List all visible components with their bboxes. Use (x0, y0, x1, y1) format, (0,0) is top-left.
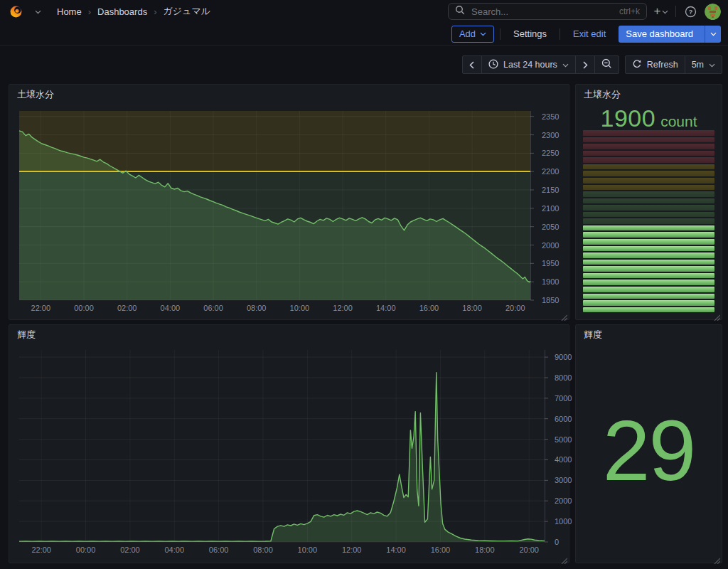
x-axis-tick-label: 00:00 (70, 546, 102, 554)
search-input[interactable] (470, 6, 614, 18)
gauge-cell-red-unlit (583, 151, 714, 156)
panel-resize-handle[interactable] (560, 554, 567, 561)
user-avatar[interactable] (705, 4, 721, 20)
settings-button[interactable]: Settings (506, 26, 554, 43)
gauge-cell-green-lit (583, 252, 714, 258)
plus-icon: + (654, 4, 661, 18)
x-axis-tick-label: 08:00 (241, 304, 272, 312)
x-axis-tick-label: 16:00 (424, 546, 456, 554)
save-dashboard-button[interactable]: Save dashboard (619, 26, 721, 43)
panel-title[interactable]: 土壌水分 (576, 85, 722, 105)
refresh-button[interactable]: Refresh (626, 56, 685, 73)
breadcrumb-separator: › (154, 6, 156, 17)
x-axis-tick-label: 06:00 (203, 546, 235, 554)
x-axis-tick-label: 22:00 (26, 546, 57, 554)
gauge-stat: 1900count (576, 105, 722, 132)
series-line (19, 373, 545, 541)
y-axis-tick-label: 2000 (555, 496, 572, 505)
panel-soil-moisture-timeseries: 土壌水分 18501900195020002050210021502200225… (9, 84, 569, 320)
x-axis-tick-label: 14:00 (370, 304, 402, 312)
time-shift-back-button[interactable] (463, 56, 481, 73)
search-icon (455, 5, 465, 18)
nav-right: ctrl+k + ? (448, 3, 721, 20)
breadcrumb: Home › Dashboards › ガジュマル (57, 5, 210, 18)
add-panel-button[interactable]: Add (451, 26, 494, 43)
add-new-button[interactable]: + (653, 3, 670, 20)
x-axis-tick-label: 12:00 (327, 304, 358, 312)
y-axis-tick-label: 2250 (542, 149, 559, 157)
x-axis-tick-label: 04:00 (154, 304, 186, 312)
org-switcher-chevron-icon[interactable] (29, 3, 46, 20)
search-shortcut: ctrl+k (619, 6, 640, 16)
breadcrumb-current-dashboard[interactable]: ガジュマル (163, 5, 210, 18)
y-axis-tick-label: 0 (555, 538, 559, 546)
save-dashboard-label[interactable]: Save dashboard (619, 26, 700, 43)
gauge-cell-green-lit (583, 287, 714, 292)
y-axis-tick-label: 7000 (555, 394, 572, 403)
gauge-cell-green-unlit (583, 218, 714, 224)
y-axis-tick-label: 9000 (555, 353, 572, 361)
x-axis-tick-label: 06:00 (198, 304, 229, 312)
x-axis-tick-label: 12:00 (336, 546, 368, 554)
x-axis-labels: 22:0000:0002:0004:0006:0008:0010:0012:00… (19, 546, 545, 557)
y-axis-tick-label: 2350 (542, 112, 559, 121)
panel-luminance-stat: 輝度 29 (575, 324, 722, 563)
refresh-group: Refresh 5m (625, 55, 722, 74)
zoom-out-button[interactable] (594, 56, 619, 73)
nav-left: Home › Dashboards › ガジュマル (7, 3, 210, 20)
time-range-group: Last 24 hours (462, 55, 619, 74)
y-axis-tick-label: 6000 (555, 415, 572, 423)
save-options-chevron-icon[interactable] (705, 26, 721, 43)
luminance-chart-plot[interactable] (19, 350, 545, 542)
gauge-value: 1900 (600, 105, 655, 132)
y-axis-tick-label: 4000 (555, 455, 572, 464)
gauge-cell-green-lit (583, 307, 714, 313)
panel-title[interactable]: 土壌水分 (9, 85, 569, 105)
gauge-cell-green-unlit (583, 191, 714, 197)
gauge-unit: count (660, 113, 697, 129)
panel-soil-moisture-gauge: 土壌水分 1900count (575, 84, 722, 320)
panel-resize-handle[interactable] (713, 311, 720, 318)
x-axis-labels: 22:0000:0002:0004:0006:0008:0010:0012:00… (19, 304, 530, 315)
y-axis-tick-label: 2000 (542, 241, 559, 250)
x-axis-tick-label: 14:00 (380, 546, 412, 554)
refresh-interval-picker[interactable]: 5m (685, 56, 722, 73)
search-box[interactable]: ctrl+k (448, 3, 647, 20)
time-shift-forward-button[interactable] (575, 56, 594, 73)
gauge-cell-yellow-unlit (583, 164, 714, 170)
svg-text:?: ? (688, 8, 692, 15)
led-bar-gauge (583, 130, 714, 312)
toolbar-divider (500, 28, 500, 40)
x-axis-tick-label: 22:00 (25, 304, 56, 312)
stat-value: 29 (576, 338, 722, 563)
breadcrumb-separator: › (88, 6, 91, 17)
exit-edit-button[interactable]: Exit edit (566, 26, 613, 43)
refresh-label: Refresh (647, 60, 678, 70)
panel-title[interactable]: 輝度 (9, 325, 569, 345)
grafana-logo-icon[interactable] (7, 3, 24, 20)
y-axis-tick-label: 1000 (555, 517, 572, 526)
breadcrumb-home[interactable]: Home (57, 6, 82, 17)
refresh-icon (632, 59, 642, 71)
time-range-label: Last 24 hours (503, 60, 557, 70)
panel-resize-handle[interactable] (560, 311, 567, 318)
y-axis-tick-label: 2100 (542, 204, 559, 213)
x-axis-tick-label: 18:00 (456, 304, 488, 312)
gauge-cell-green-lit (583, 280, 714, 285)
time-range-picker[interactable]: Last 24 hours (481, 56, 575, 73)
y-axis-tick-label: 1900 (542, 277, 559, 286)
gauge-cell-yellow-unlit (583, 185, 714, 191)
gauge-cell-green-lit (583, 273, 714, 279)
toolbar-divider (560, 28, 560, 40)
gauge-cell-green-lit (583, 294, 714, 299)
x-axis-tick-label: 02:00 (112, 304, 143, 312)
y-axis-tick-label: 2200 (542, 167, 559, 176)
gauge-cell-green-lit (583, 260, 714, 265)
y-axis-labels: 0100020003000400050006000700080009000 (549, 350, 570, 542)
gauge-cell-green-lit (583, 239, 714, 245)
panel-resize-handle[interactable] (713, 554, 720, 561)
breadcrumb-dashboards[interactable]: Dashboards (97, 6, 147, 17)
gauge-cell-green-unlit (583, 205, 714, 211)
help-icon[interactable]: ? (682, 3, 699, 20)
soil-moisture-chart-plot[interactable] (19, 111, 530, 300)
